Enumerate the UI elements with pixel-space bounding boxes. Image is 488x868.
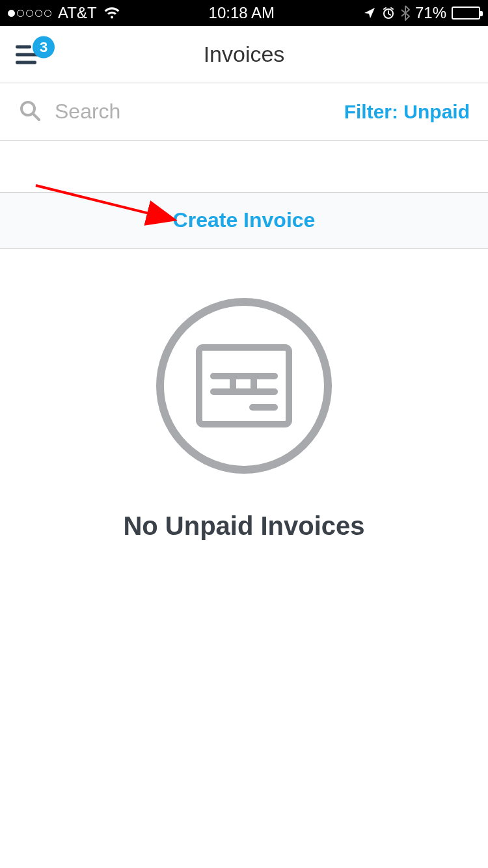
svg-rect-3	[199, 347, 289, 424]
create-invoice-label: Create Invoice	[173, 208, 316, 232]
svg-line-2	[33, 114, 39, 120]
menu-badge: 3	[33, 36, 55, 58]
search-input[interactable]	[55, 100, 331, 124]
list-header-gap	[0, 141, 488, 193]
status-bar: AT&T 10:18 AM 71%	[0, 0, 488, 26]
status-left: AT&T	[8, 4, 120, 22]
bluetooth-icon	[401, 5, 410, 21]
empty-state: No Unpaid Invoices	[0, 249, 488, 541]
create-invoice-row[interactable]: Create Invoice	[0, 193, 488, 249]
empty-state-icon	[156, 298, 332, 474]
search-bar: Filter: Unpaid	[0, 83, 488, 141]
empty-state-title: No Unpaid Invoices	[123, 511, 364, 541]
search-icon	[18, 99, 42, 125]
page-title: Invoices	[204, 42, 285, 67]
nav-bar: 3 Invoices	[0, 26, 488, 83]
location-icon	[363, 7, 376, 20]
status-right: 71%	[363, 4, 480, 22]
menu-button[interactable]: 3	[16, 45, 40, 64]
status-time: 10:18 AM	[209, 4, 275, 22]
alarm-icon	[381, 6, 396, 20]
filter-button[interactable]: Filter: Unpaid	[344, 101, 470, 123]
signal-strength-icon	[8, 10, 51, 17]
carrier-label: AT&T	[58, 4, 97, 22]
battery-percent: 71%	[415, 4, 446, 22]
wifi-icon	[103, 7, 120, 20]
battery-icon	[452, 7, 480, 20]
